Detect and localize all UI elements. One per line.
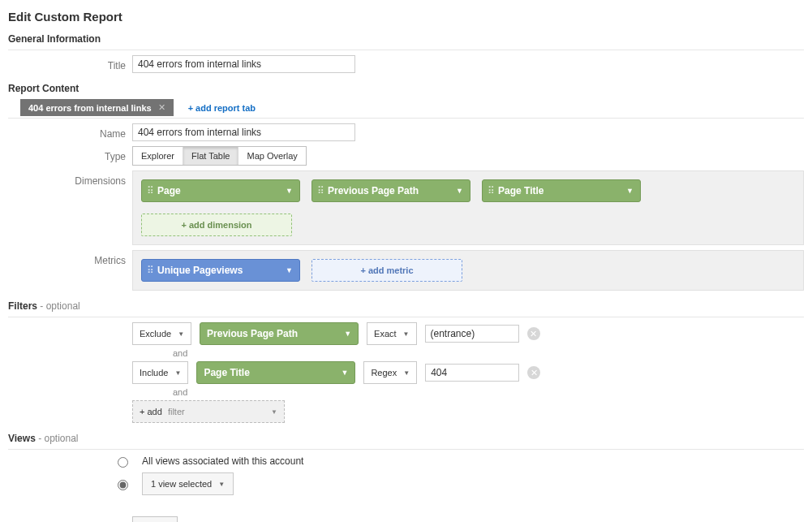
views-selected-radio[interactable] (118, 480, 128, 490)
filter-inclusion-select[interactable]: Include ▼ (132, 361, 188, 384)
filter-inclusion-label: Exclude (140, 329, 171, 339)
filter-row: Include ▼ Page Title ▼ Regex ▼ ✕ (132, 361, 804, 384)
optional-label: - optional (36, 433, 79, 444)
metrics-label: Metrics (8, 250, 132, 266)
filter-match-select[interactable]: Exact ▼ (367, 322, 416, 345)
type-segmented: Explorer Flat Table Map Overlay (132, 146, 307, 166)
divider (8, 50, 804, 50)
type-explorer[interactable]: Explorer (133, 147, 183, 165)
dimension-label: Page (157, 185, 279, 196)
chevron-down-icon: ▼ (178, 330, 184, 338)
chevron-down-icon: ▼ (403, 330, 410, 338)
views-all-radio[interactable] (118, 457, 128, 468)
filter-row: Exclude ▼ Previous Page Path ▼ Exact ▼ ✕ (132, 322, 804, 345)
filter-match-label: Exact (374, 329, 397, 339)
filter-match-label: Regex (371, 368, 397, 377)
and-label: and (173, 348, 804, 358)
filter-dimension-select[interactable]: Page Title ▼ (196, 361, 355, 384)
add-metric-button[interactable]: + add metric (311, 259, 462, 282)
content-heading: Report Content (8, 83, 804, 94)
dimension-pill[interactable]: ⠿ Previous Page Path ▼ (311, 179, 470, 202)
grip-icon: ⠿ (488, 185, 493, 196)
chevron-down-icon: ▼ (271, 408, 277, 416)
grip-icon: ⠿ (317, 185, 323, 196)
filters-heading-text: Filters (8, 300, 37, 312)
title-input[interactable] (132, 55, 355, 73)
chevron-down-icon: ▼ (286, 187, 293, 195)
filters-heading: Filters - optional (8, 300, 804, 312)
filter-match-select[interactable]: Regex ▼ (363, 361, 417, 384)
filter-inclusion-select[interactable]: Exclude ▼ (132, 322, 191, 345)
type-flat-table[interactable]: Flat Table (183, 147, 239, 165)
chevron-down-icon: ▼ (286, 266, 293, 274)
chevron-down-icon: ▼ (218, 481, 225, 488)
views-heading-text: Views (8, 433, 36, 444)
views-all-label: All views associated with this account (142, 455, 303, 467)
chevron-down-icon: ▼ (344, 330, 351, 338)
general-heading: General Information (8, 33, 804, 45)
type-label: Type (8, 146, 132, 162)
chevron-down-icon: ▼ (456, 187, 463, 195)
save-button[interactable]: Save (132, 516, 178, 522)
page-title: Edit Custom Report (8, 10, 804, 24)
chevron-down-icon: ▼ (626, 187, 634, 195)
dimension-pill[interactable]: ⠿ Page Title ▼ (482, 179, 641, 202)
dimensions-label: Dimensions (8, 170, 132, 187)
report-tab[interactable]: 404 errors from internal links ✕ (20, 99, 174, 116)
divider (8, 449, 804, 450)
views-selected-label: 1 view selected (151, 479, 212, 489)
divider (8, 317, 804, 317)
divider (8, 118, 804, 119)
add-filter-button[interactable]: + add filter ▼ (132, 400, 285, 423)
optional-label: - optional (37, 300, 80, 312)
views-heading: Views - optional (8, 433, 804, 444)
report-tab-label: 404 errors from internal links (28, 103, 152, 113)
dimension-label: Page Title (498, 185, 620, 196)
close-icon[interactable]: ✕ (158, 102, 165, 113)
metric-label: Unique Pageviews (157, 265, 279, 276)
type-map-overlay[interactable]: Map Overlay (238, 147, 305, 165)
add-report-tab[interactable]: + add report tab (188, 103, 256, 113)
chevron-down-icon: ▼ (403, 369, 410, 377)
filter-dimension-label: Page Title (204, 367, 249, 378)
filter-value-input[interactable] (425, 325, 519, 343)
remove-filter-icon[interactable]: ✕ (527, 327, 540, 340)
grip-icon: ⠿ (147, 265, 153, 276)
filter-dimension-label: Previous Page Path (207, 328, 298, 339)
grip-icon: ⠿ (147, 185, 153, 196)
add-dimension-button[interactable]: + add dimension (141, 214, 292, 236)
filter-dimension-select[interactable]: Previous Page Path ▼ (200, 322, 359, 345)
chevron-down-icon: ▼ (174, 369, 181, 377)
metrics-panel: ⠿ Unique Pageviews ▼ + add metric (132, 250, 804, 291)
add-filter-word: filter (168, 407, 185, 416)
dimensions-panel: ⠿ Page ▼ ⠿ Previous Page Path ▼ ⠿ Page T… (132, 170, 804, 245)
remove-filter-icon[interactable]: ✕ (527, 366, 540, 379)
title-label: Title (8, 55, 132, 71)
dimension-pill[interactable]: ⠿ Page ▼ (141, 179, 300, 202)
name-input[interactable] (132, 123, 355, 141)
chevron-down-icon: ▼ (341, 369, 348, 377)
plus-icon: + add (140, 407, 165, 416)
dimension-label: Previous Page Path (328, 185, 449, 196)
filter-inclusion-label: Include (140, 368, 168, 377)
filter-value-input[interactable] (425, 364, 519, 382)
name-label: Name (8, 123, 132, 140)
views-selected-dropdown[interactable]: 1 view selected ▼ (142, 472, 234, 495)
and-label: and (173, 387, 804, 397)
metric-pill[interactable]: ⠿ Unique Pageviews ▼ (141, 259, 300, 282)
